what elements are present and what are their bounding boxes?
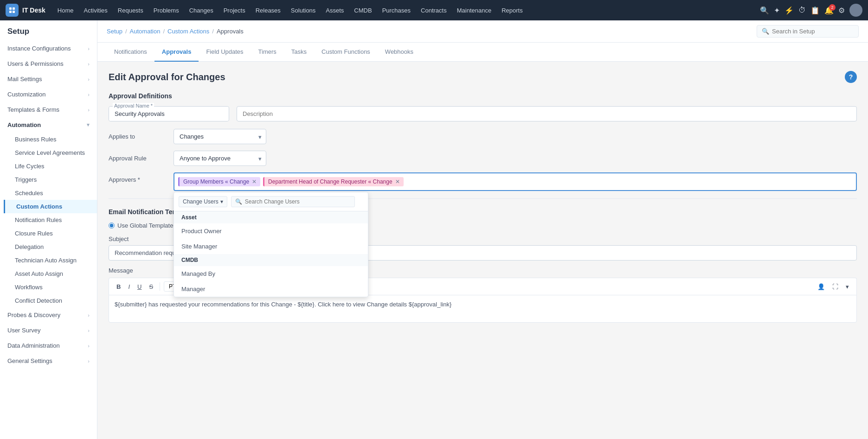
nav-link-changes[interactable]: Changes <box>185 4 218 17</box>
tab-field-updates[interactable]: Field Updates <box>199 43 251 62</box>
remove-tag-icon[interactable]: ✕ <box>252 178 257 185</box>
dropdown-item[interactable]: Manager <box>174 281 368 297</box>
dropdown-item[interactable]: Product Owner <box>174 223 368 239</box>
tab-timers[interactable]: Timers <box>251 43 284 62</box>
nav-link-purchases[interactable]: Purchases <box>378 4 415 17</box>
help-button[interactable]: ? <box>845 71 857 83</box>
nav-link-assets[interactable]: Assets <box>321 4 348 17</box>
sidebar-item-customization[interactable]: Customization› <box>0 87 97 102</box>
sidebar-subitem-closure-rules[interactable]: Closure Rules <box>4 227 97 240</box>
nav-link-problems[interactable]: Problems <box>149 4 184 17</box>
dropdown-item[interactable]: Site Manager <box>174 239 368 254</box>
description-input[interactable] <box>237 106 857 121</box>
bold-button[interactable]: B <box>114 282 123 292</box>
breadcrumb-sep: / <box>163 28 165 35</box>
breadcrumb-item[interactable]: Custom Actions <box>167 28 209 35</box>
nav-link-releases[interactable]: Releases <box>251 4 285 17</box>
page-title-row: Edit Approval for Changes ? <box>109 71 857 83</box>
nav-link-solutions[interactable]: Solutions <box>286 4 320 17</box>
app-title: IT Desk <box>22 6 45 14</box>
nav-link-contracts[interactable]: Contracts <box>416 4 451 17</box>
nav-link-reports[interactable]: Reports <box>497 4 527 17</box>
settings-icon[interactable]: ⚙ <box>838 6 845 15</box>
approval-rule-select[interactable]: Anyone to Approve <box>174 151 266 166</box>
tab-webhooks[interactable]: Webhooks <box>378 43 421 62</box>
sidebar-subitem-schedules[interactable]: Schedules <box>4 186 97 200</box>
sidebar-item-data-administration[interactable]: Data Administration› <box>0 338 97 353</box>
sidebar-subitem-delegation[interactable]: Delegation <box>4 240 97 254</box>
tab-tasks[interactable]: Tasks <box>284 43 314 62</box>
sidebar-subitem-service-level-agreements[interactable]: Service Level Agreements <box>4 146 97 159</box>
more-btn[interactable]: ▾ <box>843 282 852 292</box>
breadcrumb-item[interactable]: Setup <box>107 28 122 35</box>
approval-rule-label: Approval Rule <box>109 155 164 162</box>
sidebar-subitem-technician-auto-assign[interactable]: Technician Auto Assign <box>4 254 97 267</box>
search-in-setup[interactable]: 🔍 <box>757 25 859 38</box>
dropdown-category: Asset <box>174 211 368 223</box>
dropdown-selector-label: Change Users <box>183 198 219 205</box>
strikethrough-button[interactable]: S <box>146 282 156 292</box>
approvers-row: Approvers * Group Members « Change✕Depar… <box>109 172 857 191</box>
sidebar-item-mail-settings[interactable]: Mail Settings› <box>0 71 97 87</box>
tab-approvals[interactable]: Approvals <box>154 43 199 62</box>
sidebar-subitem-business-rules[interactable]: Business Rules <box>4 133 97 146</box>
chevron-right-icon: › <box>88 46 90 51</box>
breadcrumb-sep: / <box>125 28 127 35</box>
nav-link-activities[interactable]: Activities <box>79 4 112 17</box>
sidebar-subitem-life-cycles[interactable]: Life Cycles <box>4 159 97 173</box>
italic-button[interactable]: I <box>125 282 133 292</box>
dropdown-selector[interactable]: Change Users ▾ <box>179 196 227 207</box>
use-global-radio[interactable] <box>109 223 115 229</box>
sidebar-item-user-survey[interactable]: User Survey› <box>0 323 97 338</box>
nav-link-cmdb[interactable]: CMDB <box>349 4 376 17</box>
dropdown-list: AssetProduct OwnerSite ManagerCMDBManage… <box>174 211 368 297</box>
nav-link-projects[interactable]: Projects <box>219 4 250 17</box>
use-global-option[interactable]: Use Global Template <box>109 222 173 229</box>
dropdown-search-input[interactable] <box>245 198 351 205</box>
applies-to-row: Applies to Changes <box>109 129 857 144</box>
sidebar-subitem-notification-rules[interactable]: Notification Rules <box>4 213 97 227</box>
breadcrumb-item[interactable]: Automation <box>130 28 161 35</box>
notification-icon[interactable]: 🔔 2 <box>824 6 834 15</box>
sidebar-subitem-conflict-detection[interactable]: Conflict Detection <box>4 294 97 307</box>
svg-rect-3 <box>13 11 15 13</box>
tab-notifications[interactable]: Notifications <box>107 43 154 62</box>
editor-body[interactable]: ${submitter} has requested your recommen… <box>109 295 857 323</box>
sidebar: Setup Instance Configurations›Users & Pe… <box>0 20 97 439</box>
sidebar-subitem-triggers[interactable]: Triggers <box>4 173 97 186</box>
magic-icon[interactable]: ✦ <box>774 6 780 15</box>
applies-to-select[interactable]: Changes <box>174 129 266 144</box>
remove-tag-icon[interactable]: ✕ <box>395 178 400 185</box>
bolt-icon[interactable]: ⚡ <box>784 6 794 15</box>
expand-btn[interactable]: ⛶ <box>829 282 841 292</box>
sidebar-subitem-workflows[interactable]: Workflows <box>4 280 97 294</box>
sidebar-item-automation[interactable]: Automation ▾ <box>0 117 97 133</box>
approval-name-input[interactable] <box>109 107 229 121</box>
underline-button[interactable]: U <box>135 282 144 292</box>
chevron-down-icon: ▾ <box>87 122 90 128</box>
search-input[interactable] <box>772 28 854 35</box>
search-icon[interactable]: 🔍 <box>760 6 769 15</box>
dropdown-item[interactable]: Managed By <box>174 266 368 281</box>
svg-rect-1 <box>13 7 15 10</box>
page-content: Edit Approval for Changes ? Approval Def… <box>97 62 868 332</box>
approvers-field[interactable]: Group Members « Change✕Department Head o… <box>174 172 857 191</box>
name-desc-row: Approval Name * <box>109 106 857 121</box>
nav-link-requests[interactable]: Requests <box>113 4 148 17</box>
sidebar-title: Setup <box>0 20 97 41</box>
applies-to-label: Applies to <box>109 133 164 140</box>
user-avatar[interactable] <box>849 4 862 17</box>
sidebar-item-instance-configurations[interactable]: Instance Configurations› <box>0 41 97 56</box>
clipboard-icon[interactable]: 📋 <box>810 6 820 15</box>
nav-link-maintenance[interactable]: Maintenance <box>452 4 496 17</box>
sidebar-item-general-settings[interactable]: General Settings› <box>0 353 97 369</box>
person-icon-btn[interactable]: 👤 <box>815 282 828 292</box>
history-icon[interactable]: ⏱ <box>798 6 806 14</box>
sidebar-subitem-asset-auto-assign[interactable]: Asset Auto Assign <box>4 267 97 280</box>
nav-link-home[interactable]: Home <box>53 4 78 17</box>
sidebar-subitem-custom-actions[interactable]: Custom Actions <box>4 200 97 213</box>
sidebar-item-users-&-permissions[interactable]: Users & Permissions› <box>0 56 97 71</box>
sidebar-item-templates-&-forms[interactable]: Templates & Forms› <box>0 102 97 117</box>
tab-custom-functions[interactable]: Custom Functions <box>314 43 378 62</box>
sidebar-item-probes-&-discovery[interactable]: Probes & Discovery› <box>0 307 97 323</box>
